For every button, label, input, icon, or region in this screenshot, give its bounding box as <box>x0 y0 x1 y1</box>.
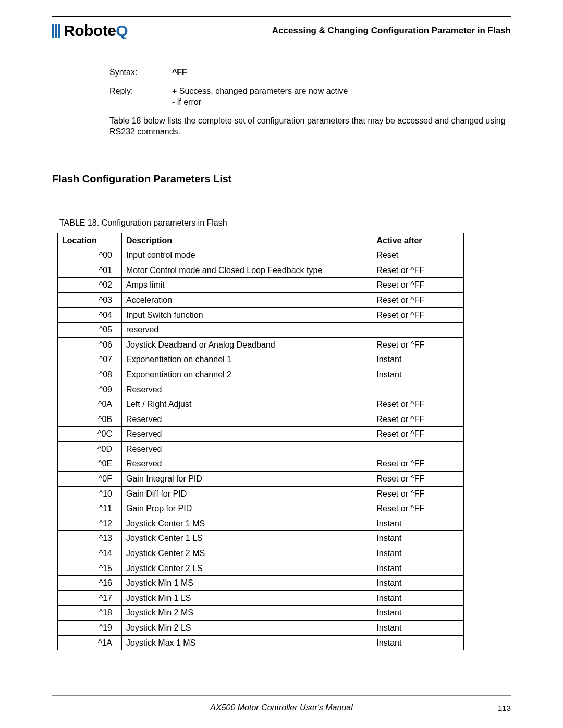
cell-active-after: Reset or ^FF <box>372 501 464 516</box>
definition-block: Syntax: ^FF Reply: + Success, changed pa… <box>109 67 506 138</box>
table-row: ^02Amps limitReset or ^FF <box>58 278 464 293</box>
header-title: Accessing & Changing Configuration Param… <box>272 26 511 36</box>
cell-active-after: Reset or ^FF <box>372 278 464 293</box>
body: Syntax: ^FF Reply: + Success, changed pa… <box>52 67 511 650</box>
cell-description: Gain Integral for PID <box>122 472 372 487</box>
table-row: ^19Joystick Min 2 LSInstant <box>58 621 464 636</box>
cell-description: Gain Diff for PID <box>122 486 372 501</box>
cell-active-after: Instant <box>372 590 464 606</box>
cell-description: Input control mode <box>122 248 372 263</box>
table-row: ^0EReservedReset or ^FF <box>58 456 464 472</box>
cell-active-after: Reset or ^FF <box>372 472 464 487</box>
cell-description: Gain Prop for PID <box>122 501 372 516</box>
cell-location: ^09 <box>58 382 122 397</box>
cell-location: ^18 <box>58 606 122 621</box>
reply-value: + Success, changed parameters are now ac… <box>172 85 506 108</box>
cell-active-after: Reset <box>372 248 464 263</box>
table-row: ^07Exponentiation on channel 1Instant <box>58 352 464 367</box>
table-caption: TABLE 18. Configuration parameters in Fl… <box>59 217 511 229</box>
table-row: ^14Joystick Center 2 MSInstant <box>58 546 464 561</box>
cell-location: ^16 <box>58 576 122 591</box>
cell-active-after: Reset or ^FF <box>372 307 464 323</box>
cell-location: ^06 <box>58 337 122 352</box>
cell-active-after: Reset or ^FF <box>372 337 464 352</box>
table-row: ^12Joystick Center 1 MSInstant <box>58 516 464 531</box>
cell-location: ^0F <box>58 472 122 487</box>
cell-location: ^0B <box>58 412 122 427</box>
cell-location: ^02 <box>58 278 122 293</box>
cell-description: Joystick Center 2 MS <box>122 546 372 561</box>
col-active-after: Active after <box>372 233 464 248</box>
cell-description: Joystick Center 1 MS <box>122 516 372 531</box>
cell-active-after: Reset or ^FF <box>372 412 464 427</box>
cell-active-after: Instant <box>372 546 464 561</box>
cell-description: Acceleration <box>122 292 372 307</box>
brand-logo: RoboteQ <box>52 22 128 40</box>
cell-active-after: Reset or ^FF <box>372 486 464 501</box>
section-heading: Flash Configuration Parameters List <box>52 172 511 186</box>
svg-rect-2 <box>58 24 60 38</box>
cell-description: Motor Control mode and Closed Loop Feedb… <box>122 263 372 278</box>
reply-line1-rest: Success, changed parameters are now acti… <box>177 87 348 95</box>
page-number: 113 <box>498 704 511 712</box>
cell-description: Input Switch function <box>122 307 372 323</box>
cell-active-after: Instant <box>372 352 464 367</box>
table-row: ^18Joystick Min 2 MSInstant <box>58 606 464 621</box>
cell-description: Amps limit <box>122 278 372 293</box>
top-rule <box>52 16 511 17</box>
cell-active-after: Instant <box>372 576 464 591</box>
cell-location: ^00 <box>58 248 122 263</box>
cell-description: Exponentiation on channel 1 <box>122 352 372 367</box>
cell-location: ^05 <box>58 323 122 338</box>
cell-description: Left / Right Adjust <box>122 397 372 412</box>
table-row: ^11Gain Prop for PIDReset or ^FF <box>58 501 464 516</box>
cell-description: Joystick Min 2 MS <box>122 606 372 621</box>
brand-q: Q <box>116 22 128 39</box>
cell-description: Reserved <box>122 427 372 442</box>
col-location: Location <box>58 233 122 248</box>
cell-description: Reserved <box>122 441 372 456</box>
table-header-row: Location Description Active after <box>58 233 464 248</box>
cell-active-after: Instant <box>372 635 464 650</box>
reply-row: Reply: + Success, changed parameters are… <box>109 85 506 108</box>
cell-active-after: Instant <box>372 621 464 636</box>
footer-rule <box>52 695 511 696</box>
cell-location: ^04 <box>58 307 122 323</box>
cell-location: ^0A <box>58 397 122 412</box>
svg-rect-1 <box>55 24 57 38</box>
cell-active-after: Instant <box>372 516 464 531</box>
cell-active-after: Reset or ^FF <box>372 456 464 472</box>
cell-location: ^08 <box>58 367 122 382</box>
reply-line1-prefix: + <box>172 87 177 95</box>
cell-description: Joystick Max 1 MS <box>122 635 372 650</box>
syntax-row: Syntax: ^FF <box>109 67 506 78</box>
table-row: ^0CReservedReset or ^FF <box>58 427 464 442</box>
cell-location: ^03 <box>58 292 122 307</box>
footer-title: AX500 Motor Controller User's Manual <box>52 703 511 712</box>
brand-bars-icon <box>52 24 62 38</box>
cell-description: Joystick Deadband or Analog Deadband <box>122 337 372 352</box>
cell-location: ^01 <box>58 263 122 278</box>
table-row: ^01Motor Control mode and Closed Loop Fe… <box>58 263 464 278</box>
table-row: ^0BReservedReset or ^FF <box>58 412 464 427</box>
svg-rect-0 <box>52 24 54 38</box>
table-row: ^10Gain Diff for PIDReset or ^FF <box>58 486 464 501</box>
flash-parameters-table: Location Description Active after ^00Inp… <box>57 233 464 651</box>
col-description: Description <box>122 233 372 248</box>
cell-description: Joystick Min 2 LS <box>122 621 372 636</box>
cell-location: ^0D <box>58 441 122 456</box>
cell-location: ^07 <box>58 352 122 367</box>
cell-description: Reserved <box>122 412 372 427</box>
cell-active-after: Instant <box>372 367 464 382</box>
cell-active-after: Reset or ^FF <box>372 263 464 278</box>
cell-active-after <box>372 382 464 397</box>
cell-description: Exponentiation on channel 2 <box>122 367 372 382</box>
syntax-value: ^FF <box>172 68 187 77</box>
cell-description: Reserved <box>122 456 372 472</box>
cell-active-after: Reset or ^FF <box>372 292 464 307</box>
header: RoboteQ Accessing & Changing Configurati… <box>52 22 511 45</box>
table-row: ^17Joystick Min 1 LSInstant <box>58 590 464 606</box>
intro-paragraph: Table 18 below lists the complete set of… <box>109 115 506 138</box>
cell-location: ^0C <box>58 427 122 442</box>
cell-description: Joystick Center 2 LS <box>122 561 372 576</box>
